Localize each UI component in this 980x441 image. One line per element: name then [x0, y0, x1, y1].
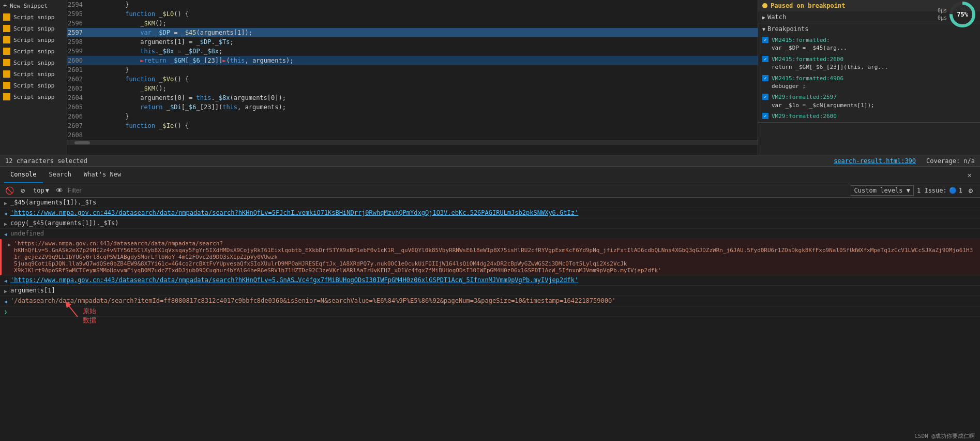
sidebar-item-1[interactable]: Script snipp — [0, 11, 67, 23]
console-text-3: copy(_$45(arguments[1])._$Ts) — [10, 219, 976, 227]
bp-code-2: return _$GM[_$6_[23]](this, arg... — [772, 63, 888, 71]
eye-button[interactable]: 👁 — [54, 185, 65, 196]
expand-arrow-icon-3[interactable]: ▶ — [4, 221, 7, 227]
perf-value: 75% — [957, 11, 968, 18]
code-line-2596: 2596 _$KM(); — [67, 19, 758, 28]
issue-badge[interactable]: 1 Issue: 🔵 1 — [917, 187, 962, 194]
console-line-6: ◀ 'https://www.nmpa.gov.cn:443/datasearc… — [0, 275, 980, 286]
filter-toggle-button[interactable]: ⊘ — [18, 185, 28, 196]
console-line-3: ▶ copy(_$45(arguments[1])._$Ts) — [0, 218, 980, 229]
bottom-attribution: CSDN @成功你要成仁啊 — [0, 431, 980, 441]
sidebar-item-3[interactable]: Script snipp — [0, 34, 67, 46]
console-text-5: 'https://www.nmpa.gov.cn:443/datasearch/… — [14, 240, 976, 274]
debug-panel: Paused on breakpoint 0µs 0µs 75% ▶ — [758, 0, 980, 155]
annotation-container: 原始数据 — [62, 301, 98, 324]
code-editor: 2594 } 2595 function _$L0() { 2596 _$KM(… — [67, 0, 758, 155]
sidebar-item-6[interactable]: Script snipp — [0, 68, 67, 80]
bp-file-5: VM29:formatted:2600 — [772, 112, 837, 120]
clear-console-button[interactable]: 🚫 — [4, 185, 14, 196]
code-line-2602: 2602 function _$Vo() { — [67, 75, 758, 84]
issue-count: 1 — [959, 187, 962, 194]
tab-whats-new[interactable]: What's New — [78, 167, 127, 183]
paused-dot — [762, 3, 767, 8]
expand-arrow-icon[interactable]: ▶ — [4, 200, 7, 206]
console-text-2[interactable]: 'https://www.nmpa.gov.cn:443/datasearch/… — [10, 209, 976, 216]
code-line-2605: 2605 return _$Di[_$6_[23]](this, argumen… — [67, 102, 758, 112]
breakpoint-5: VM29:formatted:2600 — [762, 111, 976, 122]
selection-bar: 12 characters selected search-result.htm… — [0, 155, 980, 167]
issue-label: 1 Issue: — [917, 187, 947, 194]
console-line-5: ▶ 'https://www.nmpa.gov.cn:443/datasearc… — [0, 239, 980, 275]
filter-input[interactable] — [68, 186, 109, 195]
settings-button[interactable]: ⚙ — [966, 185, 976, 196]
horizontal-scrollbar[interactable] — [67, 140, 758, 145]
bp-checkbox-5[interactable] — [762, 113, 768, 119]
code-line-2604: 2604 arguments[0] = this._$8x(arguments[… — [67, 93, 758, 102]
code-line-2607: 2607 function _$Ie() { — [67, 121, 758, 130]
context-label: top — [33, 187, 44, 194]
console-area: Console Search What's New ✕ 🚫 ⊘ top ▼ 👁 … — [0, 167, 980, 441]
code-line-2597: 2597 var _$DP = _$45(arguments[1]); — [67, 28, 758, 37]
code-line-2603: 2603 _$KM(); — [67, 84, 758, 93]
sidebar-item-5[interactable]: Script snipp — [0, 57, 67, 68]
console-text-6[interactable]: 'https://www.nmpa.gov.cn:443/datasearch/… — [10, 276, 976, 284]
file-icon — [3, 59, 10, 66]
bp-checkbox-3[interactable] — [762, 75, 768, 81]
console-output: ▶ _$45(arguments[1])._$Ts ◀ 'https://www… — [0, 198, 980, 431]
console-toolbar: 🚫 ⊘ top ▼ 👁 Custom levels ▼ 1 Issue: 🔵 1… — [0, 183, 980, 198]
context-selector[interactable]: top ▼ — [31, 186, 51, 195]
coverage-text: Coverage: n/a — [926, 157, 975, 165]
breakpoint-4: VM29:formatted:2597 var _$1o = _$cN(argu… — [762, 92, 976, 111]
breakpoint-1: VM2415:formatted: var _$DP = _$45(arg... — [762, 35, 976, 54]
context-dropdown-icon: ▼ — [46, 187, 49, 194]
annotation-text: 原始数据 — [83, 306, 98, 325]
tab-console[interactable]: Console — [4, 167, 43, 183]
svg-line-2 — [67, 304, 78, 317]
file-icon — [3, 82, 10, 89]
scroll-thumb[interactable] — [74, 141, 90, 144]
console-line-1: ▶ _$45(arguments[1])._$Ts — [0, 198, 980, 208]
bp-code-3: debugger ; — [772, 82, 843, 90]
bp-checkbox-1[interactable] — [762, 37, 768, 43]
console-line-9: ❯ — [0, 306, 980, 317]
code-line-2599: 2599 this._$8x = _$DP._$8x; — [67, 47, 758, 56]
console-line-8: ◀ '/datasearch/data/nmpadata/search?item… — [0, 296, 980, 306]
breakpoint-list: VM2415:formatted: var _$DP = _$45(arg...… — [758, 35, 980, 122]
bp-code-4: var _$1o = _$cN(arguments[1]); — [772, 101, 875, 109]
expand-arrow-icon-5[interactable]: ▶ — [8, 242, 11, 247]
breakpoint-3: VM2415:formatted:4906 debugger ; — [762, 73, 976, 92]
code-line-2595: 2595 function _$L0() { — [67, 9, 758, 19]
file-icon — [3, 36, 10, 43]
bp-checkbox-2[interactable] — [762, 56, 768, 62]
gear-icon: ⚙ — [969, 186, 973, 195]
tab-search[interactable]: Search — [43, 167, 78, 183]
bp-code-1: var _$DP = _$45(arg... — [772, 44, 847, 52]
bp-checkbox-4[interactable] — [762, 94, 768, 100]
perf-label1: 0µs — [938, 7, 947, 14]
code-line-2601: 2601 } — [67, 65, 758, 75]
breakpoints-arrow-icon: ▼ — [762, 26, 765, 32]
bp-file-2: VM2415:formatted:2600 — [772, 55, 888, 63]
new-snippet-btn[interactable]: + New Snippet — [0, 0, 67, 11]
bp-file-3: VM2415:formatted:4906 — [772, 75, 843, 82]
code-line-2608: 2608 — [67, 130, 758, 140]
expand-arrow-icon-7[interactable]: ▶ — [4, 288, 7, 294]
code-line-2606: 2606 } — [67, 112, 758, 121]
file-icon — [3, 25, 10, 32]
sidebar-item-8[interactable]: Script snipp — [0, 91, 67, 102]
paused-banner: Paused on breakpoint 0µs 0µs 75% — [758, 0, 980, 11]
watch-label: Watch — [767, 13, 786, 21]
sidebar-item-2[interactable]: Script snipp — [0, 23, 67, 34]
perf-label2: 0µs — [938, 14, 947, 22]
custom-levels-button[interactable]: Custom levels ▼ — [851, 185, 914, 196]
console-tabs: Console Search What's New ✕ — [0, 167, 980, 183]
sidebar-item-7[interactable]: Script snipp — [0, 80, 67, 91]
code-line-2598: 2598 arguments[1] = _$DP._$Ts; — [67, 37, 758, 47]
bp-file-1: VM2415:formatted: — [772, 36, 847, 44]
file-icon — [3, 13, 10, 21]
left-arrow-icon: ◀ — [4, 211, 7, 216]
prompt-icon: ❯ — [4, 309, 7, 315]
sidebar-item-4[interactable]: Script snipp — [0, 46, 67, 57]
bp-file-4: VM29:formatted:2597 — [772, 93, 875, 101]
panel-close-button[interactable]: ✕ — [963, 171, 976, 179]
